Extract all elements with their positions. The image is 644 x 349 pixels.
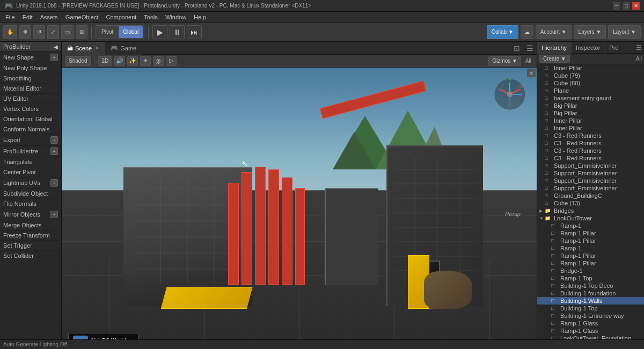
viewport-gizmo[interactable]: X Y Z [494,78,526,110]
hierarchy-item-23[interactable]: □Ramp-1 Pillar [537,237,644,244]
hierarchy-item-7[interactable]: □Inner Pillar [537,117,644,124]
hierarchy-item-15[interactable]: □Support_EmmisiveInner [537,177,644,184]
rotate-tool-button[interactable]: ↺ [33,25,45,39]
minimize-button[interactable]: ─ [613,2,620,10]
probuilder-add-button[interactable]: + [50,211,58,218]
rect-tool-button[interactable]: ▭ [61,25,74,39]
shaded-button[interactable]: Shaded [65,56,91,66]
hierarchy-item-6[interactable]: □Big Pillar [537,109,644,117]
step-button[interactable]: ⏭ [187,25,202,39]
close-button[interactable]: ✕ [632,2,640,10]
probuilder-item-5[interactable]: Vertex Colors [0,104,61,114]
hierarchy-item-14[interactable]: □Support_EmmisiveInner [537,169,644,177]
probuilder-item-0[interactable]: New Shape+ [0,52,61,63]
scale-tool-button[interactable]: ⤢ [47,25,59,39]
hierarchy-item-3[interactable]: □Plane [537,87,644,94]
hierarchy-item-2[interactable]: □Cube (80) [537,79,644,87]
hierarchy-item-8[interactable]: □Inner Pillar [537,124,644,132]
viewport-close-button[interactable]: ✕ [527,69,536,77]
play-button[interactable]: ▶ [152,25,167,39]
hierarchy-item-9[interactable]: □C3 - Red Runners [537,132,644,139]
move-tool-button[interactable]: ✥ [19,25,31,39]
probuilder-add-button[interactable]: + [50,54,58,61]
global-button[interactable]: Global [119,26,143,38]
tab-game[interactable]: 🎮 Game [105,42,142,55]
menu-file[interactable]: File [2,13,18,21]
probuilder-add-button[interactable]: + [50,136,58,144]
right-panel-menu-button[interactable]: ☰ [634,44,644,51]
hierarchy-item-18[interactable]: □Cube (13) [537,199,644,207]
viewport-maximize-button[interactable]: ⊡ [510,44,523,53]
fog-button[interactable]: 🌫 [153,56,164,66]
tab-inspector[interactable]: Inspector [572,42,605,54]
probuilder-item-4[interactable]: UV Editor [0,94,61,104]
tab-hierarchy[interactable]: Hierarchy [537,42,572,54]
hierarchy-item-29[interactable]: □Building-1 Top Deco [537,282,644,289]
menu-window[interactable]: Window [162,13,189,21]
cloud-button[interactable]: ☁ [521,25,533,39]
hand-tool-button[interactable]: ✋ [3,25,17,39]
hierarchy-item-5[interactable]: □Big Pillar [537,102,644,109]
hierarchy-item-33[interactable]: □Building-1 Entrance way [537,312,644,320]
probuilder-add-button[interactable]: + [50,179,58,187]
gizmos-button[interactable]: Gizmos ▼ [488,56,521,66]
probuilder-item-10[interactable]: Triangulate [0,157,61,167]
hierarchy-item-19[interactable]: ▶📁Bridges [537,207,644,214]
probuilder-item-11[interactable]: Center Pivot [0,167,61,177]
hierarchy-item-0[interactable]: □Inner Pillar [537,64,644,72]
menu-gameobject[interactable]: GameObject [62,13,102,21]
hierarchy-item-28[interactable]: □Ramp-1 Top [537,274,644,282]
probuilder-item-2[interactable]: Smoothing [0,73,61,84]
hierarchy-item-22[interactable]: □Ramp-1 Pillar [537,229,644,237]
menu-component[interactable]: Component [103,13,140,21]
hierarchy-item-13[interactable]: □Support_EmmisiveInner [537,162,644,169]
hierarchy-item-16[interactable]: □Support_EmmisiveInner [537,184,644,192]
pause-button[interactable]: ⏸ [170,25,185,39]
viewport-menu-button[interactable]: ☰ [523,44,537,53]
probuilder-item-17[interactable]: Freeze Transform [0,231,61,241]
probuilder-item-8[interactable]: Export+ [0,135,61,146]
transform-tool-button[interactable]: ⊞ [76,25,87,39]
create-button[interactable]: Create ▼ [539,55,570,63]
hierarchy-item-12[interactable]: □C3 - Red Runners [537,154,644,162]
titlebar-controls[interactable]: ─ □ ✕ [613,2,640,10]
probuilder-item-14[interactable]: Flip Normals [0,199,61,209]
menu-tools[interactable]: Tools [141,13,161,21]
layout-button[interactable]: Layout ▼ [608,25,641,39]
account-button[interactable]: Account ▼ [536,25,572,39]
menu-edit[interactable]: Edit [19,13,36,21]
probuilder-item-6[interactable]: Orientation: Global [0,114,61,124]
probuilder-item-15[interactable]: Mirror Objects+ [0,209,61,220]
hierarchy-item-4[interactable]: □basement entry gaurd [537,94,644,102]
hierarchy-item-35[interactable]: □Ramp-1 Glass [537,327,644,335]
layers-button[interactable]: Layers ▼ [574,25,606,39]
sky-button[interactable]: ☀ [140,56,151,66]
hierarchy-item-10[interactable]: □C3 - Red Runners [537,139,644,147]
probuilder-item-3[interactable]: Material Editor [0,84,61,94]
tab-pro[interactable]: Pro [605,42,623,54]
hierarchy-item-21[interactable]: □Ramp-1 [537,222,644,229]
hierarchy-item-25[interactable]: □Ramp-1 Pillar [537,252,644,259]
anim-button[interactable]: ▷ [166,56,177,66]
hierarchy-item-32[interactable]: □Building-1 Top [537,305,644,312]
hierarchy-item-24[interactable]: □Ramp-1 [537,244,644,252]
probuilder-item-9[interactable]: ProBuilderize+ [0,146,61,157]
fx-button[interactable]: ✨ [127,56,138,66]
probuilder-item-19[interactable]: Set Collider [0,251,61,261]
collab-button[interactable]: Collab ▼ [487,25,518,39]
probuilder-item-16[interactable]: Merge Objects [0,220,61,231]
hierarchy-item-20[interactable]: ▼📁LookOutTower [537,214,644,222]
hierarchy-item-26[interactable]: □Ramp-1 Pillar [537,259,644,267]
hierarchy-item-31[interactable]: □Building-1 Walls [537,297,644,305]
hierarchy-item-27[interactable]: □Bridge-1 [537,267,644,274]
hierarchy-item-17[interactable]: □Ground_BuildingC [537,192,644,199]
probuilder-item-13[interactable]: Subdivide Object [0,189,61,199]
menu-help[interactable]: Help [191,13,209,21]
menu-assets[interactable]: Assets [37,13,61,21]
tab-scene[interactable]: 🏔 Scene ✕ [62,42,105,55]
probuilder-item-7[interactable]: Conform Normals [0,124,61,135]
2d-button[interactable]: 2D [98,56,112,66]
probuilder-add-button[interactable]: + [50,147,58,155]
hierarchy-item-30[interactable]: □Building-1 foundation [537,289,644,297]
hierarchy-item-34[interactable]: □Ramp-1 Glass [537,320,644,327]
